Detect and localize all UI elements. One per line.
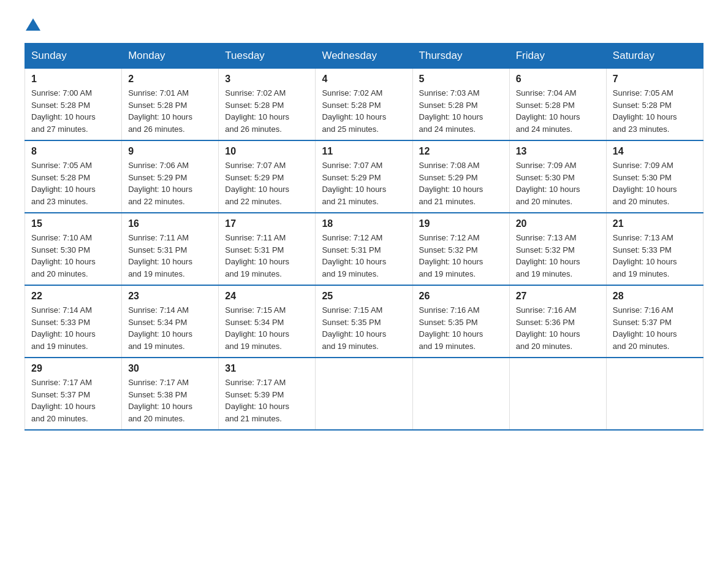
day-info: Sunrise: 7:17 AMSunset: 5:37 PMDaylight:…: [31, 377, 115, 424]
day-number: 23: [128, 291, 212, 302]
day-info: Sunrise: 7:14 AMSunset: 5:34 PMDaylight:…: [128, 304, 212, 352]
day-info: Sunrise: 7:16 AMSunset: 5:35 PMDaylight:…: [419, 304, 503, 352]
day-info: Sunrise: 7:12 AMSunset: 5:32 PMDaylight:…: [419, 232, 503, 280]
day-number: 15: [31, 218, 115, 229]
calendar-table: Sunday Monday Tuesday Wednesday Thursday…: [25, 43, 703, 431]
header-row: Sunday Monday Tuesday Wednesday Thursday…: [25, 44, 703, 69]
calendar-cell: 23 Sunrise: 7:14 AMSunset: 5:34 PMDaylig…: [122, 285, 219, 358]
header-tuesday: Tuesday: [219, 44, 316, 69]
day-info: Sunrise: 7:13 AMSunset: 5:33 PMDaylight:…: [613, 232, 697, 280]
day-info: Sunrise: 7:03 AMSunset: 5:28 PMDaylight:…: [419, 87, 503, 135]
day-number: 25: [322, 291, 406, 302]
day-number: 14: [613, 146, 697, 157]
calendar-cell: 26 Sunrise: 7:16 AMSunset: 5:35 PMDaylig…: [412, 285, 509, 358]
day-info: Sunrise: 7:14 AMSunset: 5:33 PMDaylight:…: [31, 304, 115, 352]
header-sunday: Sunday: [25, 44, 122, 69]
day-info: Sunrise: 7:16 AMSunset: 5:36 PMDaylight:…: [516, 304, 600, 352]
day-number: 17: [225, 218, 309, 229]
day-info: Sunrise: 7:15 AMSunset: 5:34 PMDaylight:…: [225, 304, 309, 352]
day-number: 2: [128, 74, 212, 85]
day-number: 21: [613, 218, 697, 229]
week-row-5: 29 Sunrise: 7:17 AMSunset: 5:37 PMDaylig…: [25, 358, 703, 430]
day-info: Sunrise: 7:07 AMSunset: 5:29 PMDaylight:…: [322, 159, 406, 207]
calendar-cell: 25 Sunrise: 7:15 AMSunset: 5:35 PMDaylig…: [316, 285, 412, 358]
day-info: Sunrise: 7:11 AMSunset: 5:31 PMDaylight:…: [128, 232, 212, 280]
calendar-cell: 11 Sunrise: 7:07 AMSunset: 5:29 PMDaylig…: [316, 140, 412, 213]
day-number: 30: [128, 363, 212, 374]
logo-triangle-icon: [26, 18, 40, 31]
page-header: [25, 18, 703, 31]
day-info: Sunrise: 7:05 AMSunset: 5:28 PMDaylight:…: [31, 159, 115, 207]
day-number: 29: [31, 363, 115, 374]
calendar-cell: [412, 358, 509, 430]
day-info: Sunrise: 7:16 AMSunset: 5:37 PMDaylight:…: [613, 304, 697, 352]
week-row-4: 22 Sunrise: 7:14 AMSunset: 5:33 PMDaylig…: [25, 285, 703, 358]
calendar-cell: 16 Sunrise: 7:11 AMSunset: 5:31 PMDaylig…: [122, 213, 219, 285]
calendar-cell: [606, 358, 703, 430]
calendar-cell: 9 Sunrise: 7:06 AMSunset: 5:29 PMDayligh…: [122, 140, 219, 213]
day-number: 8: [31, 146, 115, 157]
calendar-cell: 22 Sunrise: 7:14 AMSunset: 5:33 PMDaylig…: [25, 285, 122, 358]
day-info: Sunrise: 7:09 AMSunset: 5:30 PMDaylight:…: [516, 159, 600, 207]
day-info: Sunrise: 7:02 AMSunset: 5:28 PMDaylight:…: [322, 87, 406, 135]
calendar-cell: 2 Sunrise: 7:01 AMSunset: 5:28 PMDayligh…: [122, 69, 219, 141]
day-info: Sunrise: 7:04 AMSunset: 5:28 PMDaylight:…: [516, 87, 600, 135]
day-info: Sunrise: 7:02 AMSunset: 5:28 PMDaylight:…: [225, 87, 309, 135]
day-info: Sunrise: 7:11 AMSunset: 5:31 PMDaylight:…: [225, 232, 309, 280]
calendar-body: 1 Sunrise: 7:00 AMSunset: 5:28 PMDayligh…: [25, 69, 703, 431]
day-number: 18: [322, 218, 406, 229]
calendar-cell: 15 Sunrise: 7:10 AMSunset: 5:30 PMDaylig…: [25, 213, 122, 285]
day-number: 1: [31, 74, 115, 85]
header-saturday: Saturday: [606, 44, 703, 69]
day-number: 31: [225, 363, 309, 374]
day-info: Sunrise: 7:15 AMSunset: 5:35 PMDaylight:…: [322, 304, 406, 352]
calendar-cell: 20 Sunrise: 7:13 AMSunset: 5:32 PMDaylig…: [509, 213, 606, 285]
day-info: Sunrise: 7:13 AMSunset: 5:32 PMDaylight:…: [516, 232, 600, 280]
calendar-cell: 10 Sunrise: 7:07 AMSunset: 5:29 PMDaylig…: [219, 140, 316, 213]
day-number: 12: [419, 146, 503, 157]
day-info: Sunrise: 7:17 AMSunset: 5:39 PMDaylight:…: [225, 377, 309, 424]
calendar-cell: 6 Sunrise: 7:04 AMSunset: 5:28 PMDayligh…: [509, 69, 606, 141]
calendar-cell: 12 Sunrise: 7:08 AMSunset: 5:29 PMDaylig…: [412, 140, 509, 213]
calendar-cell: 13 Sunrise: 7:09 AMSunset: 5:30 PMDaylig…: [509, 140, 606, 213]
calendar-cell: [509, 358, 606, 430]
calendar-cell: 14 Sunrise: 7:09 AMSunset: 5:30 PMDaylig…: [606, 140, 703, 213]
calendar-cell: 21 Sunrise: 7:13 AMSunset: 5:33 PMDaylig…: [606, 213, 703, 285]
day-number: 28: [613, 291, 697, 302]
calendar-cell: [316, 358, 412, 430]
day-number: 11: [322, 146, 406, 157]
calendar-cell: 8 Sunrise: 7:05 AMSunset: 5:28 PMDayligh…: [25, 140, 122, 213]
calendar-cell: 19 Sunrise: 7:12 AMSunset: 5:32 PMDaylig…: [412, 213, 509, 285]
week-row-2: 8 Sunrise: 7:05 AMSunset: 5:28 PMDayligh…: [25, 140, 703, 213]
day-info: Sunrise: 7:01 AMSunset: 5:28 PMDaylight:…: [128, 87, 212, 135]
day-info: Sunrise: 7:05 AMSunset: 5:28 PMDaylight:…: [613, 87, 697, 135]
day-number: 5: [419, 74, 503, 85]
calendar-cell: 27 Sunrise: 7:16 AMSunset: 5:36 PMDaylig…: [509, 285, 606, 358]
day-number: 19: [419, 218, 503, 229]
day-info: Sunrise: 7:17 AMSunset: 5:38 PMDaylight:…: [128, 377, 212, 424]
day-info: Sunrise: 7:10 AMSunset: 5:30 PMDaylight:…: [31, 232, 115, 280]
header-thursday: Thursday: [412, 44, 509, 69]
logo-text: [25, 18, 42, 31]
calendar-cell: 18 Sunrise: 7:12 AMSunset: 5:31 PMDaylig…: [316, 213, 412, 285]
day-info: Sunrise: 7:07 AMSunset: 5:29 PMDaylight:…: [225, 159, 309, 207]
day-number: 7: [613, 74, 697, 85]
week-row-3: 15 Sunrise: 7:10 AMSunset: 5:30 PMDaylig…: [25, 213, 703, 285]
day-info: Sunrise: 7:09 AMSunset: 5:30 PMDaylight:…: [613, 159, 697, 207]
day-info: Sunrise: 7:12 AMSunset: 5:31 PMDaylight:…: [322, 232, 406, 280]
calendar-cell: 28 Sunrise: 7:16 AMSunset: 5:37 PMDaylig…: [606, 285, 703, 358]
day-info: Sunrise: 7:08 AMSunset: 5:29 PMDaylight:…: [419, 159, 503, 207]
calendar-cell: 17 Sunrise: 7:11 AMSunset: 5:31 PMDaylig…: [219, 213, 316, 285]
day-number: 27: [516, 291, 600, 302]
day-number: 3: [225, 74, 309, 85]
logo: [25, 18, 42, 31]
day-info: Sunrise: 7:00 AMSunset: 5:28 PMDaylight:…: [31, 87, 115, 135]
day-number: 22: [31, 291, 115, 302]
calendar-cell: 30 Sunrise: 7:17 AMSunset: 5:38 PMDaylig…: [122, 358, 219, 430]
day-info: Sunrise: 7:06 AMSunset: 5:29 PMDaylight:…: [128, 159, 212, 207]
day-number: 20: [516, 218, 600, 229]
calendar-cell: 1 Sunrise: 7:00 AMSunset: 5:28 PMDayligh…: [25, 69, 122, 141]
calendar-cell: 29 Sunrise: 7:17 AMSunset: 5:37 PMDaylig…: [25, 358, 122, 430]
calendar-cell: 24 Sunrise: 7:15 AMSunset: 5:34 PMDaylig…: [219, 285, 316, 358]
calendar-cell: 7 Sunrise: 7:05 AMSunset: 5:28 PMDayligh…: [606, 69, 703, 141]
